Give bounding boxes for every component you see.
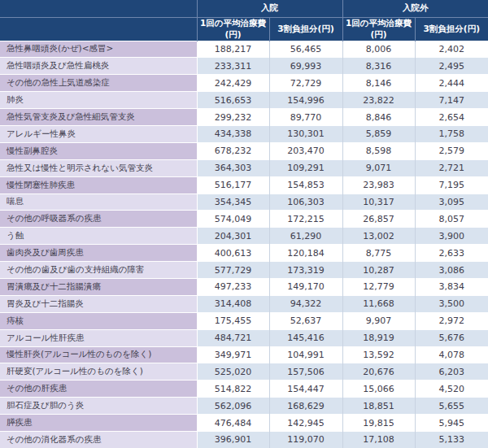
cost-value: 514,822 (197, 381, 269, 398)
disease-label: 急性気管支炎及び急性細気管支炎 (0, 109, 197, 126)
disease-label: 胃炎及び十二指腸炎 (0, 295, 197, 312)
cost-value: 516,653 (197, 92, 269, 109)
table-row: 喘息354,345106,30310,3173,095 (0, 194, 488, 211)
cost-value: 188,217 (197, 41, 269, 58)
cost-value: 2,495 (415, 58, 488, 75)
disease-label: 痔核 (0, 312, 197, 329)
cost-value: 175,455 (197, 312, 269, 329)
cost-value: 61,290 (269, 228, 342, 245)
group-header-row: 入院 入院外 (0, 0, 488, 17)
cost-value: 94,322 (269, 295, 342, 312)
cost-value: 10,287 (342, 262, 415, 279)
corner-cell-lower (0, 17, 197, 41)
cost-value: 5,859 (342, 125, 415, 142)
cost-value: 354,345 (197, 194, 269, 211)
disease-label: 急性又は慢性と明示されない気管支炎 (0, 159, 197, 176)
table-row: 慢性閉塞性肺疾患516,177154,85323,9837,195 (0, 176, 488, 194)
cost-value: 364,303 (197, 159, 269, 176)
cost-value: 9,071 (342, 159, 415, 176)
disease-label: その他の消化器系の疾患 (0, 431, 197, 448)
cost-value: 8,775 (342, 245, 415, 262)
cost-value: 56,465 (269, 41, 342, 58)
cost-value: 2,654 (415, 109, 488, 126)
table-row: 急性咽頭炎及び急性扁桃炎233,31169,9938,3162,495 (0, 58, 488, 75)
col-header-outpatient-avg-cost: 1回の平均治療費(円) (342, 17, 415, 41)
table-row: 慢性副鼻腔炎678,232203,4708,5982,579 (0, 142, 488, 159)
table-row: 慢性肝炎(アルコール性のものを除く)349,971104,99113,5924,… (0, 346, 488, 363)
table-header: 入院 入院外 1回の平均治療費(円) 3割負担分(円) 1回の平均治療費(円) … (0, 0, 488, 41)
cost-value: 5,676 (415, 329, 488, 346)
cost-value: 109,291 (269, 159, 342, 176)
disease-label: 胃潰瘍及び十二指腸潰瘍 (0, 278, 197, 295)
cost-value: 7,147 (415, 92, 488, 109)
cost-value: 13,002 (342, 228, 415, 245)
cost-value: 20,676 (342, 363, 415, 381)
disease-label: 急性鼻咽頭炎(かぜ)<感冒> (0, 41, 197, 58)
cost-value: 5,655 (415, 398, 488, 415)
disease-label: 喘息 (0, 194, 197, 211)
cost-value: 19,815 (342, 415, 415, 432)
disease-label: 急性咽頭炎及び急性扁桃炎 (0, 58, 197, 75)
cost-value: 516,177 (197, 176, 269, 194)
table-row: 胃炎及び十二指腸炎314,40894,32211,6683,500 (0, 295, 488, 312)
col-header-inpatient-copay: 3割負担分(円) (269, 17, 342, 41)
disease-label: アレルギー性鼻炎 (0, 125, 197, 142)
cost-value: 52,637 (269, 312, 342, 329)
table-row: その他の歯及び歯の支持組織の障害577,729173,31910,2873,08… (0, 262, 488, 279)
cost-value: 168,629 (269, 398, 342, 415)
table-body: 急性鼻咽頭炎(かぜ)<感冒>188,21756,4658,0062,402急性咽… (0, 41, 488, 448)
cost-value: 577,729 (197, 262, 269, 279)
cost-value: 242,429 (197, 75, 269, 92)
table-row: 急性気管支炎及び急性細気管支炎299,23289,7708,8462,654 (0, 109, 488, 126)
cost-value: 157,506 (269, 363, 342, 381)
cost-value: 5,133 (415, 431, 488, 448)
cost-value: 396,901 (197, 431, 269, 448)
table-row: 胆石症及び胆のう炎562,096168,62918,8515,655 (0, 398, 488, 415)
disease-label: 胆石症及び胆のう炎 (0, 398, 197, 415)
col-header-outpatient-copay: 3割負担分(円) (415, 17, 488, 41)
cost-value: 233,311 (197, 58, 269, 75)
cost-value: 2,721 (415, 159, 488, 176)
col-header-inpatient-avg-cost: 1回の平均治療費(円) (197, 17, 269, 41)
cost-value: 3,500 (415, 295, 488, 312)
disease-label: その他の呼吸器系の疾患 (0, 211, 197, 228)
cost-value: 69,993 (269, 58, 342, 75)
cost-value: 26,857 (342, 211, 415, 228)
cost-value: 3,095 (415, 194, 488, 211)
cost-value: 5,945 (415, 415, 488, 432)
cost-value: 484,721 (197, 329, 269, 346)
cost-value: 142,945 (269, 415, 342, 432)
cost-value: 525,020 (197, 363, 269, 381)
cost-value: 119,070 (269, 431, 342, 448)
cost-value: 2,444 (415, 75, 488, 92)
disease-label: その他の肝疾患 (0, 381, 197, 398)
disease-label: 膵疾患 (0, 415, 197, 432)
table-row: アルコール性肝疾患484,721145,41618,9195,676 (0, 329, 488, 346)
disease-label: 肝硬変(アルコール性のものを除く) (0, 363, 197, 381)
cost-value: 72,729 (269, 75, 342, 92)
cost-value: 349,971 (197, 346, 269, 363)
cost-value: 497,233 (197, 278, 269, 295)
cost-value: 23,822 (342, 92, 415, 109)
cost-value: 11,668 (342, 295, 415, 312)
disease-label: その他の歯及び歯の支持組織の障害 (0, 262, 197, 279)
table-row: 肺炎516,653154,99623,8227,147 (0, 92, 488, 109)
cost-value: 203,470 (269, 142, 342, 159)
cost-value: 8,057 (415, 211, 488, 228)
cost-value: 15,066 (342, 381, 415, 398)
disease-label: 肺炎 (0, 92, 197, 109)
table-row: 胃潰瘍及び十二指腸潰瘍497,233149,17012,7793,834 (0, 278, 488, 295)
table-row: アレルギー性鼻炎434,338130,3015,8591,758 (0, 125, 488, 142)
cost-value: 314,408 (197, 295, 269, 312)
cost-value: 130,301 (269, 125, 342, 142)
medical-treatment-cost-table: 入院 入院外 1回の平均治療費(円) 3割負担分(円) 1回の平均治療費(円) … (0, 0, 488, 448)
cost-value: 678,232 (197, 142, 269, 159)
cost-value: 12,779 (342, 278, 415, 295)
cost-value: 17,108 (342, 431, 415, 448)
cost-value: 104,991 (269, 346, 342, 363)
cost-value: 145,416 (269, 329, 342, 346)
cost-value: 2,402 (415, 41, 488, 58)
table-row: 歯肉炎及び歯周疾患400,613120,1848,7752,633 (0, 245, 488, 262)
disease-label: 慢性肝炎(アルコール性のものを除く) (0, 346, 197, 363)
table-row: 急性鼻咽頭炎(かぜ)<感冒>188,21756,4658,0062,402 (0, 41, 488, 58)
